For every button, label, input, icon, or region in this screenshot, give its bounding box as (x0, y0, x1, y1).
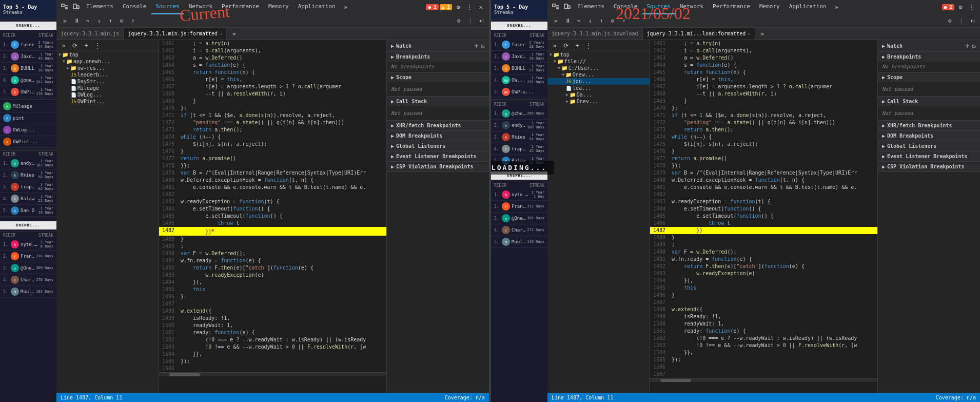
step-into-left[interactable]: ↓ (94, 16, 104, 26)
tree-item[interactable]: JS leaderb... (56, 71, 159, 78)
sync-btn-right[interactable]: ⟳ (561, 41, 571, 51)
tree-item-r[interactable]: ▼ 📁 C:/User... (547, 65, 650, 71)
pause-btn-left[interactable]: ⏯ (477, 16, 486, 26)
global-header[interactable]: ▶ Global Listeners (387, 141, 489, 151)
deactivate-left[interactable]: ⊘ (117, 16, 126, 26)
tree-item-r[interactable]: ▶ 📁 Onev... (547, 98, 650, 105)
tree-expand-left[interactable]: » (58, 41, 69, 51)
csp-header-r[interactable]: ▶ CSP Violation Breakpoints (878, 162, 980, 171)
tab-network-right[interactable]: Network (676, 0, 708, 14)
watch-add-btn-r[interactable]: + (965, 42, 969, 49)
tab-console-right[interactable]: Console (610, 0, 641, 14)
step-into-right[interactable]: ↓ (585, 16, 595, 26)
resume-btn-left[interactable]: ⏸ (72, 16, 81, 26)
horizontal-scrollbar-right[interactable] (650, 378, 877, 382)
add-folder-left[interactable]: + (81, 41, 91, 51)
tree-item[interactable]: ▶ 📁 ow-res... (56, 65, 159, 71)
tree-item[interactable]: 📄 DayStr... (56, 78, 159, 85)
watch-add-btn[interactable]: + (474, 42, 478, 49)
expand-left[interactable]: » (60, 16, 70, 26)
kebab-menu-right[interactable]: ⋮ (967, 2, 977, 12)
close-tab-icon[interactable]: ✕ (220, 31, 222, 36)
scope-header-r[interactable]: ▶ Scope (878, 72, 980, 82)
tab-application-right[interactable]: Application (785, 0, 831, 14)
code-editor-left[interactable]: 1461 ; = a.try(n) 1462 i = o.call(argume… (159, 40, 386, 393)
breakpoints-header[interactable]: ▶ Breakpoints (387, 52, 489, 62)
tab-elements-left[interactable]: Elements (82, 0, 117, 14)
tree-item-r[interactable]: ▼ 📁 Onew... (547, 71, 650, 78)
tree-item[interactable]: 📄 Mileage (56, 85, 159, 91)
settings-btn-left[interactable]: ⚙ (453, 2, 463, 12)
code-editor-right[interactable]: 1461 ; = a.try(n) 1462 i = o.call(argume… (650, 40, 877, 393)
event-header-r[interactable]: ▶ Event Listener Breakpoints (878, 151, 980, 161)
file-tab-jquery-load-formatted[interactable]: jquery-3.3.1.mi...load:formatted ✕ (643, 28, 755, 40)
debugger-settings-left[interactable]: ⚙ (454, 16, 463, 26)
more-files-right[interactable]: » (757, 29, 768, 39)
call-stack-header-r[interactable]: ▶ Call Stack (878, 97, 980, 106)
tree-more-left[interactable]: ⋮ (92, 41, 103, 51)
tree-item[interactable]: JS OWPint... (56, 98, 159, 105)
more-options-left[interactable]: ⋮ (465, 16, 475, 26)
tree-more-right[interactable]: ⋮ (583, 41, 594, 51)
resume-btn-right[interactable]: ⏸ (563, 16, 572, 26)
xhr-header-r[interactable]: ▶ XHR/fetch Breakpoints (878, 121, 980, 130)
file-tab-jquery-formatted[interactable]: jquery-3.3.1.min.js:formatted ✕ (124, 28, 227, 40)
dont-pause-left[interactable]: ⚡ (128, 16, 138, 26)
step-over-right[interactable]: ↷ (574, 16, 583, 26)
close-btn-left[interactable]: ✕ (476, 2, 486, 12)
file-tab-jquery-download[interactable]: jquery-3.3.1.min.js.download (547, 28, 643, 40)
tree-expand-right[interactable]: » (550, 41, 560, 51)
xhr-header[interactable]: ▶ XHR/fetch Breakpoints (387, 121, 489, 130)
tree-item[interactable]: 📄 OWLog... (56, 91, 159, 98)
more-tabs-right[interactable]: » (832, 2, 842, 12)
deactivate-right[interactable]: ⊘ (608, 16, 617, 26)
debugger-settings-right[interactable]: ⚙ (945, 16, 954, 26)
kebab-menu-left[interactable]: ⋮ (464, 2, 475, 12)
inspect-btn-right[interactable] (551, 2, 561, 12)
expand-right[interactable]: » (551, 16, 561, 26)
step-over-left[interactable]: ↷ (83, 16, 92, 26)
more-options-right[interactable]: ⋮ (956, 16, 966, 26)
tree-item-r[interactable]: 📄 lea... (547, 85, 650, 91)
watch-header-r[interactable]: ▶ Watch + ↻ (878, 40, 980, 51)
dom-header[interactable]: ▶ DOM Breakpoints (387, 131, 489, 141)
dont-pause-right[interactable]: ⚡ (619, 16, 629, 26)
dom-header-r[interactable]: ▶ DOM Breakpoints (878, 131, 980, 141)
more-tabs-left[interactable]: » (341, 2, 351, 12)
device-btn-left[interactable] (71, 2, 81, 12)
scrollbar-thumb-r[interactable] (660, 379, 691, 382)
tree-item[interactable]: ▼ 📁 app.onewh... (56, 58, 159, 65)
breakpoints-header-r[interactable]: ▶ Breakpoints (878, 52, 980, 62)
global-header-r[interactable]: ▶ Global Listeners (878, 141, 980, 151)
inspect-btn-left[interactable] (60, 2, 70, 12)
watch-refresh-btn[interactable]: ↻ (481, 42, 485, 49)
tab-memory-right[interactable]: Memory (755, 0, 784, 14)
settings-btn-right[interactable]: ⚙ (955, 2, 966, 12)
tab-memory-left[interactable]: Memory (264, 0, 293, 14)
tree-item-r[interactable]: ▼ 📁 file:// (547, 58, 650, 65)
tab-application-left[interactable]: Application (294, 0, 340, 14)
tab-console-left[interactable]: Console (119, 0, 150, 14)
more-files-left[interactable]: » (229, 29, 239, 39)
watch-header[interactable]: ▶ Watch + ↻ (387, 40, 489, 51)
sync-btn-left[interactable]: ⟳ (70, 41, 80, 51)
event-header[interactable]: ▶ Event Listener Breakpoints (387, 151, 489, 161)
horizontal-scrollbar-left[interactable] (159, 372, 386, 376)
tree-item-top-left[interactable]: ▼ 📁 top (56, 51, 159, 58)
scrollbar-thumb[interactable] (169, 373, 200, 376)
device-btn-right[interactable] (562, 2, 572, 12)
tab-sources-right[interactable]: Sources (642, 0, 674, 14)
tab-performance-right[interactable]: Performance (709, 0, 754, 14)
tab-sources-left[interactable]: Sources (151, 0, 183, 14)
watch-refresh-btn-r[interactable]: ↻ (972, 42, 976, 49)
tab-performance-left[interactable]: Performance (218, 0, 263, 14)
call-stack-header[interactable]: ▶ Call Stack (387, 97, 489, 106)
tree-item-r-selected[interactable]: JS jqu... (547, 78, 650, 85)
tree-item-top-right[interactable]: ▼ 📁 top (547, 51, 650, 58)
csp-header[interactable]: ▶ CSP Violation Breakpoints (387, 162, 489, 171)
close-tab-icon-right[interactable]: ✕ (748, 31, 750, 36)
file-tab-jquery-min[interactable]: jquery-3.3.1.min.js (56, 28, 124, 40)
tree-item-r[interactable]: ▶ 📁 Da... (547, 91, 650, 98)
scope-header[interactable]: ▶ Scope (387, 72, 489, 82)
pause-btn-right[interactable]: ⏯ (968, 16, 977, 26)
